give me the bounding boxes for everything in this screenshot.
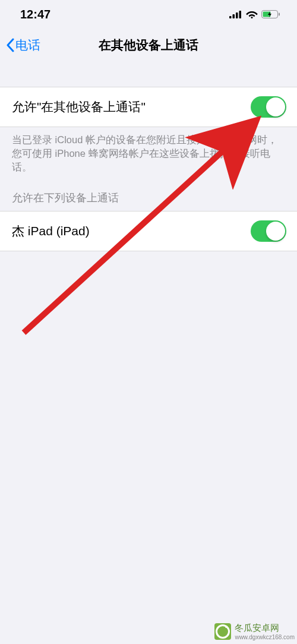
device-cell[interactable]: 杰 iPad (iPad) [0,211,297,251]
device-label: 杰 iPad (iPad) [12,223,90,239]
svg-point-4 [251,17,253,18]
chevron-left-icon [6,38,14,52]
status-icons [229,10,280,18]
back-label: 电话 [15,37,40,53]
watermark-icon [214,623,231,640]
page-title: 在其他设备上通话 [99,37,198,53]
svg-rect-3 [239,11,242,18]
svg-rect-2 [236,12,238,18]
device-toggle[interactable] [251,220,286,242]
allow-calls-label: 允许"在其他设备上通话" [12,99,146,115]
watermark-url: www.dgxwkcz168.com [235,634,295,640]
battery-charging-icon [261,10,280,18]
status-bar: 12:47 [0,0,297,29]
status-time: 12:47 [20,8,50,21]
watermark: 冬瓜安卓网 www.dgxwkcz168.com [214,623,295,640]
svg-rect-0 [229,16,232,18]
wifi-icon [246,10,258,18]
allow-calls-toggle[interactable] [251,96,286,118]
content-area: 允许"在其他设备上通话" 当已登录 iCloud 帐户的设备在您附近且接入无线局… [0,87,297,251]
svg-rect-1 [233,14,235,18]
svg-rect-7 [279,13,280,16]
watermark-title: 冬瓜安卓网 [235,623,295,634]
allow-calls-description: 当已登录 iCloud 帐户的设备在您附近且接入无线局域网时，您可使用 iPho… [0,127,297,174]
back-button[interactable]: 电话 [6,37,40,53]
allow-calls-cell[interactable]: 允许"在其他设备上通话" [0,87,297,127]
navigation-bar: 电话 在其他设备上通话 [0,29,297,62]
cellular-signal-icon [229,10,242,18]
devices-section-header: 允许在下列设备上通话 [0,174,297,211]
